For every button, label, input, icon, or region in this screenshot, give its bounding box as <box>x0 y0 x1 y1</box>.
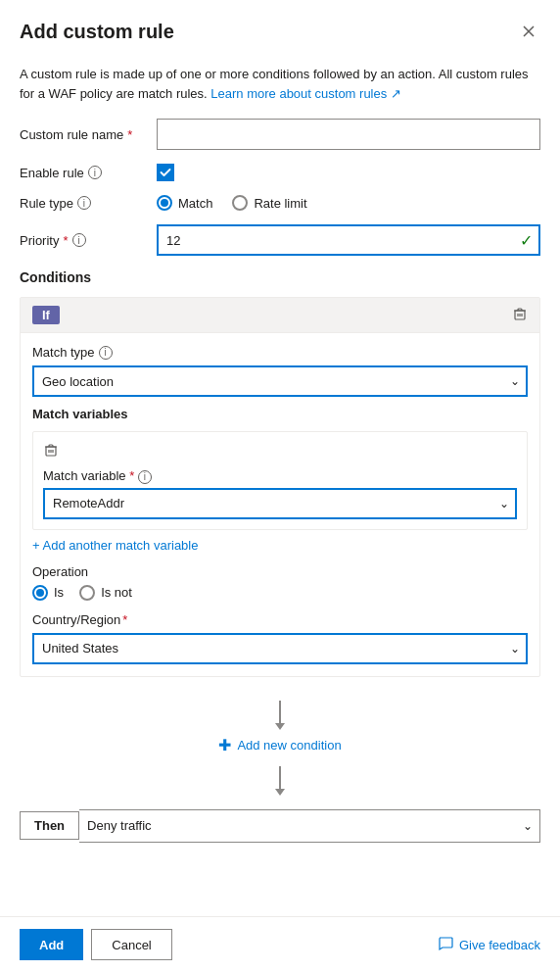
operation-section: Operation Is Is not <box>32 564 528 601</box>
close-button[interactable] <box>517 20 540 43</box>
rule-type-info-icon[interactable]: i <box>77 196 91 210</box>
if-header: If <box>21 298 539 333</box>
match-variable-select-wrapper: RemoteAddr RequestMethod QueryString Pos… <box>43 488 517 519</box>
learn-more-link[interactable]: Learn more about custom rules ↗ <box>210 86 401 101</box>
modal-header: Add custom rule <box>0 0 560 53</box>
country-label: Country/Region * <box>32 612 528 627</box>
modal-title: Add custom rule <box>20 21 174 43</box>
then-row: Then Deny traffic Allow traffic Log ⌄ <box>20 809 540 843</box>
rule-type-options: Match Rate limit <box>157 195 307 211</box>
match-variable-delete-row <box>43 442 517 461</box>
priority-info-icon[interactable]: i <box>72 233 86 247</box>
priority-input[interactable] <box>157 224 540 256</box>
modal-body: A custom rule is made up of one or more … <box>0 53 560 916</box>
is-radio-circle <box>32 585 48 601</box>
then-label: Then <box>20 811 79 840</box>
delete-match-variable-icon[interactable] <box>43 445 59 461</box>
match-type-select-wrapper: Geo location IP address HTTP header HTTP… <box>32 365 528 397</box>
cancel-button[interactable]: Cancel <box>91 929 171 960</box>
match-variable-label-row: Match variable * i <box>43 468 517 484</box>
operation-is[interactable]: Is <box>32 585 64 601</box>
priority-label: Priority * i <box>20 233 157 248</box>
rule-type-rate-limit[interactable]: Rate limit <box>232 195 306 211</box>
rule-type-row: Rule type i Match Rate limit <box>20 195 540 211</box>
required-indicator: * <box>127 127 132 142</box>
match-type-label: Match type i <box>32 345 528 360</box>
enable-rule-info-icon[interactable]: i <box>88 166 102 179</box>
modal-footer: Add Cancel Give feedback <box>0 916 560 972</box>
feedback-link[interactable]: Give feedback <box>438 936 540 954</box>
arrow-divider-bottom <box>279 766 281 790</box>
match-variable-required: * <box>129 468 134 483</box>
match-variable-select[interactable]: RemoteAddr RequestMethod QueryString Pos… <box>43 488 517 519</box>
custom-rule-name-wrapper <box>157 119 540 150</box>
enable-rule-checkbox-wrapper <box>157 164 174 181</box>
match-variables-title: Match variables <box>32 407 528 421</box>
add-button[interactable]: Add <box>20 929 83 960</box>
feedback-icon <box>438 936 453 954</box>
operation-label: Operation <box>32 564 528 579</box>
priority-valid-icon: ✓ <box>520 231 533 250</box>
rule-type-label: Rule type i <box>20 196 157 211</box>
enable-rule-label: Enable rule i <box>20 166 157 180</box>
arrow-divider-top <box>279 701 281 724</box>
match-radio-circle <box>157 195 172 211</box>
country-region-section: Country/Region * United States Canada Un… <box>32 612 528 664</box>
condition-body: Match type i Geo location IP address HTT… <box>21 333 539 676</box>
operation-options: Is Is not <box>32 585 528 601</box>
description-text: A custom rule is made up of one or more … <box>20 65 540 103</box>
custom-rule-name-input[interactable] <box>157 119 540 150</box>
then-action-select[interactable]: Deny traffic Allow traffic Log <box>79 809 540 843</box>
then-action-wrapper: Deny traffic Allow traffic Log ⌄ <box>79 809 540 843</box>
country-select[interactable]: United States Canada United Kingdom Germ… <box>32 633 528 664</box>
match-variables-section: Match variables <box>32 407 528 664</box>
vertical-arrow-line <box>279 701 281 724</box>
is-not-radio-circle <box>79 585 95 601</box>
match-variable-info-icon[interactable]: i <box>138 470 152 484</box>
match-type-row: Match type i Geo location IP address HTT… <box>32 345 528 397</box>
conditions-block: If Match type i <box>20 297 540 677</box>
priority-required: * <box>63 233 68 248</box>
add-condition-button[interactable]: ✚ Add new condition <box>210 732 349 758</box>
country-required: * <box>122 612 127 627</box>
if-label: If <box>32 306 60 324</box>
priority-wrapper: ✓ <box>157 224 540 256</box>
rule-type-match[interactable]: Match <box>157 195 212 211</box>
rate-limit-radio-circle <box>232 195 248 211</box>
custom-rule-name-label: Custom rule name * <box>20 127 157 142</box>
add-custom-rule-modal: Add custom rule A custom rule is made up… <box>0 0 560 972</box>
match-type-info-icon[interactable]: i <box>99 346 113 360</box>
add-condition-section: ✚ Add new condition <box>20 685 540 805</box>
enable-rule-row: Enable rule i <box>20 164 540 181</box>
delete-condition-icon[interactable] <box>512 306 528 324</box>
conditions-title: Conditions <box>20 269 540 285</box>
operation-is-not[interactable]: Is not <box>79 585 132 601</box>
custom-rule-name-row: Custom rule name * <box>20 119 540 150</box>
match-variable-item: Match variable * i RemoteAddr RequestMet… <box>32 431 528 530</box>
vertical-arrow-line-2 <box>279 766 281 790</box>
match-type-select[interactable]: Geo location IP address HTTP header HTTP… <box>32 365 528 397</box>
country-select-wrapper: United States Canada United Kingdom Germ… <box>32 633 528 664</box>
footer-buttons: Add Cancel <box>20 929 172 960</box>
enable-rule-checkbox[interactable] <box>157 164 174 181</box>
add-condition-plus-icon: ✚ <box>218 736 231 754</box>
add-match-variable-link[interactable]: + Add another match variable <box>32 538 198 553</box>
priority-row: Priority * i ✓ <box>20 224 540 256</box>
